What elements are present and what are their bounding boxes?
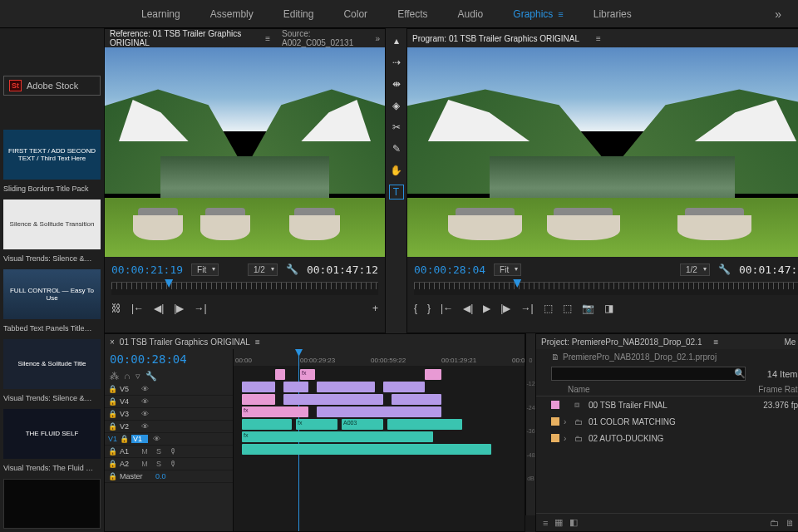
reference-tab[interactable]: Reference: 01 TSB Trailer Graphics ORIGI… xyxy=(110,29,249,47)
ripple-tool-icon[interactable]: ⇼ xyxy=(389,76,404,91)
template-thumb[interactable]: Silence & Solitude Title xyxy=(3,339,101,389)
track-select-tool-icon[interactable]: ⇢ xyxy=(389,55,404,70)
type-tool-icon[interactable]: T xyxy=(389,185,404,200)
video-track[interactable]: 🔒V5👁 xyxy=(105,383,233,396)
source-tab[interactable]: Source: A002_C005_02131 xyxy=(282,29,363,47)
comparison-icon[interactable]: ◨ xyxy=(604,303,613,314)
new-item-icon[interactable]: 🗎 xyxy=(786,518,795,528)
template-thumb[interactable]: FIRST TEXT / ADD SECOND TEXT / Third Tex… xyxy=(3,130,101,180)
template-thumb[interactable]: FULL CONTROL — Easy To Use xyxy=(3,269,101,319)
clip[interactable] xyxy=(392,394,441,405)
workspace-effects[interactable]: Effects xyxy=(397,8,427,20)
mark-out-icon[interactable]: } xyxy=(427,303,431,314)
reference-fit-dropdown[interactable]: Fit xyxy=(191,264,219,276)
list-view-icon[interactable]: ≡ xyxy=(543,518,548,528)
project-search-input[interactable] xyxy=(551,367,746,381)
template-thumb[interactable] xyxy=(3,479,101,529)
clip[interactable]: fx xyxy=(242,431,433,442)
workspace-overflow-icon[interactable]: » xyxy=(775,7,781,21)
program-res-dropdown[interactable]: 1/2 xyxy=(680,264,710,276)
clip[interactable] xyxy=(387,419,462,430)
settings-icon[interactable]: 🔧 xyxy=(145,371,157,382)
clip[interactable] xyxy=(242,382,275,392)
step-fwd-icon[interactable]: |▶ xyxy=(174,303,184,314)
slip-tool-icon[interactable]: ◈ xyxy=(389,98,404,113)
timeline-timecode[interactable]: 00:00:28:04 xyxy=(105,349,233,369)
snap-icon[interactable]: ⁂ xyxy=(110,371,119,382)
clip[interactable]: A003 xyxy=(342,419,383,430)
clip[interactable] xyxy=(383,382,425,392)
mark-in-icon[interactable]: { xyxy=(414,303,417,314)
workspace-audio[interactable]: Audio xyxy=(458,8,484,20)
project-item[interactable]: › 🗀 02 AUTO-DUCKING xyxy=(551,430,798,446)
timeline-tracks-area[interactable]: 00:00 00:00:29:23 00:00:59:22 00:01:29:2… xyxy=(234,349,525,531)
program-tc-in[interactable]: 00:00:28:04 xyxy=(414,264,485,276)
clip[interactable]: fx xyxy=(296,419,337,430)
panel-menu-icon[interactable]: ≡ xyxy=(255,337,260,347)
goto-out-icon[interactable]: →| xyxy=(194,303,206,314)
panel-menu-icon[interactable]: ≡ xyxy=(713,337,718,347)
step-fwd-icon[interactable]: |▶ xyxy=(500,303,510,314)
clip[interactable] xyxy=(317,382,375,392)
linked-icon[interactable]: ∩ xyxy=(124,371,131,382)
marker-icon[interactable]: ▿ xyxy=(135,371,140,382)
hand-tool-icon[interactable]: ✋ xyxy=(389,163,404,178)
freeform-view-icon[interactable]: ◧ xyxy=(569,517,578,528)
expand-icon[interactable]: › xyxy=(564,434,570,443)
pen-tool-icon[interactable]: ✎ xyxy=(389,141,404,156)
reference-tc-in[interactable]: 00:00:21:19 xyxy=(111,264,183,276)
project-item[interactable]: ⧈ 00 TSB Trailer FINAL 23.976 fps xyxy=(551,397,798,413)
workspace-color[interactable]: Color xyxy=(343,8,367,20)
program-scrubber[interactable] xyxy=(414,282,798,295)
project-item[interactable]: › 🗀 01 COLOR MATCHING xyxy=(551,413,798,430)
video-track[interactable]: 🔒V2👁 xyxy=(105,421,233,433)
goto-in-icon[interactable]: |← xyxy=(441,303,453,314)
panel-menu-icon[interactable]: ≡ xyxy=(596,34,601,43)
export-frame-icon[interactable]: 📷 xyxy=(582,303,594,314)
project-tab[interactable]: Project: PremierePro_NAB2018_Drop_02.1 xyxy=(541,337,702,347)
master-track[interactable]: 🔒Master0.0 xyxy=(105,470,233,483)
extract-icon[interactable]: ⬚ xyxy=(563,303,572,314)
gang-icon[interactable]: ⛓ xyxy=(111,303,121,314)
clip[interactable] xyxy=(425,369,441,380)
panel-menu-icon[interactable]: ≡ xyxy=(265,34,270,43)
audio-track[interactable]: 🔒A2MS🎙 xyxy=(105,458,233,470)
workspace-learning[interactable]: Learning xyxy=(141,8,180,20)
step-back-icon[interactable]: ◀| xyxy=(154,303,164,314)
play-icon[interactable]: ▶ xyxy=(483,303,490,314)
template-thumb[interactable]: Silence & Solitude Transition xyxy=(3,200,101,249)
timeline-ruler[interactable]: 00:00 00:00:29:23 00:00:59:22 00:01:29:2… xyxy=(234,349,525,366)
workspace-editing[interactable]: Editing xyxy=(283,8,314,20)
column-framerate[interactable]: Frame Rate xyxy=(758,385,798,394)
column-name[interactable]: Name xyxy=(568,385,758,394)
program-frame[interactable] xyxy=(407,47,798,257)
razor-tool-icon[interactable]: ✂ xyxy=(389,120,404,135)
timeline-tab[interactable]: 01 TSB Trailer Graphics ORIGINAL xyxy=(120,337,250,347)
workspace-graphics[interactable]: Graphics xyxy=(513,8,563,20)
clip[interactable] xyxy=(242,444,491,455)
clip[interactable] xyxy=(283,382,308,392)
tab-overflow-icon[interactable]: » xyxy=(375,34,380,43)
wrench-icon[interactable]: 🔧 xyxy=(286,264,298,275)
new-bin-icon[interactable]: 🗀 xyxy=(770,518,779,528)
clip[interactable] xyxy=(317,406,441,417)
video-track[interactable]: V1🔒V1👁 xyxy=(105,433,233,446)
goto-out-icon[interactable]: →| xyxy=(520,303,533,314)
goto-in-icon[interactable]: |← xyxy=(131,303,144,314)
clip[interactable] xyxy=(283,394,383,405)
icon-view-icon[interactable]: ▦ xyxy=(554,517,563,528)
clip[interactable] xyxy=(242,419,292,430)
workspace-libraries[interactable]: Libraries xyxy=(594,8,632,20)
audio-track[interactable]: 🔒A1MS🎙 xyxy=(105,446,233,458)
workspace-assembly[interactable]: Assembly xyxy=(210,8,254,20)
step-back-icon[interactable]: ◀| xyxy=(463,303,473,314)
video-track[interactable]: 🔒V3👁 xyxy=(105,408,233,421)
clip[interactable] xyxy=(275,369,285,380)
program-tab[interactable]: Program: 01 TSB Trailer Graphics ORIGINA… xyxy=(412,34,579,43)
wrench-icon[interactable]: 🔧 xyxy=(718,264,731,275)
reference-res-dropdown[interactable]: 1/2 xyxy=(248,264,278,276)
media-browser-tab[interactable]: Me xyxy=(785,337,796,347)
reference-frame[interactable] xyxy=(105,47,385,257)
adobe-stock-button[interactable]: St Adobe Stock xyxy=(3,76,101,96)
expand-icon[interactable]: › xyxy=(564,417,570,426)
